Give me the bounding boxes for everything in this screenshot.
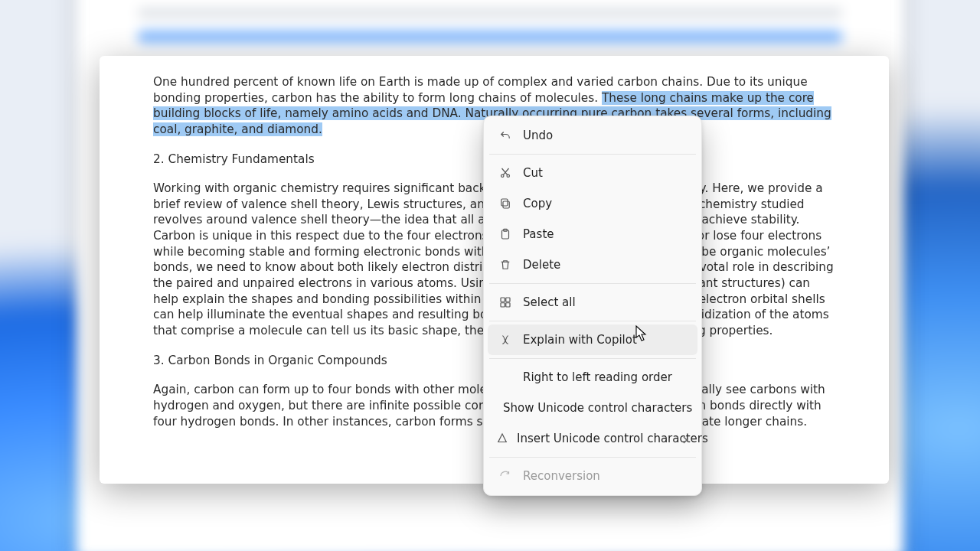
ctx-rtl-order[interactable]: Right to left reading order xyxy=(488,362,697,393)
ctx-explain-copilot[interactable]: Explain with Copilot xyxy=(488,324,697,355)
svg-rect-9 xyxy=(506,303,510,307)
svg-rect-6 xyxy=(501,298,505,302)
ctx-show-unicode[interactable]: Show Unicode control characters xyxy=(488,393,697,423)
ctx-insert-unicode-label: Insert Unicode control characters xyxy=(517,432,708,445)
ctx-rtl-order-label: Right to left reading order xyxy=(523,370,690,384)
ctx-reconversion-label: Reconversion xyxy=(523,469,690,483)
ctx-separator xyxy=(489,283,696,284)
undo-icon xyxy=(495,129,515,142)
svg-point-0 xyxy=(501,174,504,177)
svg-rect-8 xyxy=(501,303,505,307)
ctx-delete-label: Delete xyxy=(523,258,690,272)
insert-unicode-icon xyxy=(495,432,509,445)
svg-point-1 xyxy=(507,174,509,177)
cut-icon xyxy=(495,166,515,180)
ctx-undo-label: Undo xyxy=(523,129,690,142)
copy-icon xyxy=(495,197,515,210)
ctx-copy-label: Copy xyxy=(523,197,690,210)
svg-rect-7 xyxy=(506,298,510,302)
ctx-cut[interactable]: Cut xyxy=(488,158,697,188)
ctx-copy[interactable]: Copy xyxy=(488,188,697,219)
svg-rect-2 xyxy=(503,201,509,208)
ctx-delete[interactable]: Delete xyxy=(488,249,697,280)
ctx-cut-label: Cut xyxy=(523,166,690,180)
ctx-select-all-label: Select all xyxy=(523,295,690,309)
blank-icon xyxy=(495,370,515,384)
chevron-right-icon xyxy=(681,434,690,443)
copilot-icon xyxy=(495,333,515,347)
ctx-show-unicode-label: Show Unicode control characters xyxy=(503,401,692,415)
context-menu: Undo Cut Copy Paste xyxy=(483,116,702,496)
ctx-separator xyxy=(489,321,696,321)
ctx-separator xyxy=(489,154,696,155)
ctx-paste[interactable]: Paste xyxy=(488,219,697,249)
select-all-icon xyxy=(495,295,515,309)
paste-icon xyxy=(495,227,515,241)
ctx-undo[interactable]: Undo xyxy=(488,120,697,151)
ctx-insert-unicode[interactable]: Insert Unicode control characters xyxy=(488,423,697,454)
ctx-separator xyxy=(489,358,696,359)
ctx-separator xyxy=(489,457,696,458)
reconversion-icon xyxy=(495,469,515,483)
delete-icon xyxy=(495,258,515,272)
ctx-select-all[interactable]: Select all xyxy=(488,287,697,318)
ctx-paste-label: Paste xyxy=(523,227,690,241)
svg-rect-3 xyxy=(501,199,508,206)
ctx-explain-copilot-label: Explain with Copilot xyxy=(523,333,690,347)
ctx-reconversion: Reconversion xyxy=(488,461,697,491)
